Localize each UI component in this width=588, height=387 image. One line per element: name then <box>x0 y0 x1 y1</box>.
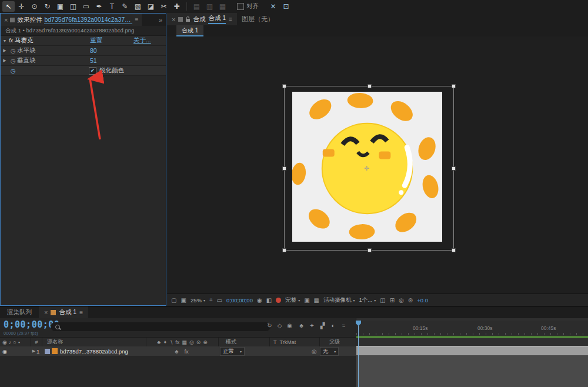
pan-behind-tool-icon[interactable]: ◫ <box>67 1 79 12</box>
clone-stamp-tool-icon[interactable]: ▧ <box>132 1 144 12</box>
resolution-dropdown[interactable]: 完整 ▾ <box>285 296 300 304</box>
type-tool-icon[interactable]: T <box>106 1 118 12</box>
layer-panel-tab[interactable]: 图层（无） <box>237 13 279 25</box>
eraser-tool-icon[interactable]: ◪ <box>145 1 157 12</box>
fullscreen-icon[interactable]: ⊡ <box>280 1 292 12</box>
selection-handle[interactable] <box>282 248 286 252</box>
source-name-column-header[interactable]: 源名称 <box>42 338 146 346</box>
viewer-timecode[interactable]: 0;00;00;00 <box>226 297 253 303</box>
selection-tool-icon[interactable]: ↖ <box>2 1 15 12</box>
snapshot-icon[interactable]: ◉ <box>257 297 262 303</box>
show-channels-icon[interactable] <box>276 298 281 303</box>
timeline-search-field[interactable] <box>51 322 270 331</box>
overflow-icon[interactable]: » <box>155 16 166 24</box>
region-of-interest-icon[interactable]: ▣ <box>304 297 309 303</box>
workspace-icon-2[interactable]: ▥ <box>203 1 216 12</box>
selection-handle[interactable] <box>452 166 456 171</box>
camera-tool-icon[interactable]: ▣ <box>54 1 66 12</box>
time-ruler[interactable]: 00:15s 00:30s 00:45s <box>356 321 588 336</box>
mask-visibility-icon[interactable]: ◎ <box>399 297 404 303</box>
property-value[interactable]: 51 <box>90 57 97 64</box>
view-layout-dropdown[interactable]: 1个... ▾ <box>359 296 376 304</box>
layer-row[interactable]: ◉ ▶ 1 bd735d7...378802abcd.png ♣ fx 正常 ▾ <box>0 346 356 356</box>
composition-viewport[interactable]: ✛ <box>167 36 588 294</box>
mask-feather-icon[interactable]: ✕ <box>267 1 279 12</box>
parent-column-header[interactable]: 父级 <box>320 338 356 346</box>
close-icon[interactable]: × <box>172 16 175 23</box>
shy-toggle-icon[interactable]: ♣ <box>297 322 306 329</box>
gear-icon[interactable]: ⊛ <box>408 297 413 303</box>
mode-column-header[interactable]: 模式 <box>219 338 270 346</box>
comp-timeline-tab[interactable]: × 合成 1 ≡ <box>39 306 88 318</box>
collapse-toggle-icon[interactable]: ✦ <box>308 322 316 329</box>
expand-property-icon[interactable]: ▶ <box>1 48 9 53</box>
selection-handle[interactable] <box>368 248 372 252</box>
about-effect-link[interactable]: 关于... <box>133 36 151 45</box>
sharp-colors-checkbox[interactable]: ✔ <box>89 67 96 75</box>
pickwhip-icon[interactable]: ◎ <box>312 348 317 355</box>
share-view-icon[interactable]: ◫ <box>380 297 385 303</box>
selection-handle[interactable] <box>452 84 456 88</box>
panel-menu-icon[interactable]: ≡ <box>229 16 232 22</box>
reset-effect-link[interactable]: 重置 <box>90 36 102 45</box>
shy-icon[interactable]: ♣ <box>175 348 178 355</box>
composition-tab[interactable]: × 合成 合成 1 ≡ <box>167 13 237 25</box>
trkmat-column-header[interactable]: T TrkMat <box>270 338 320 346</box>
rotation-tool-icon[interactable]: ↻ <box>41 1 54 12</box>
exposure-value[interactable]: +0.0 <box>417 297 428 303</box>
pixel-aspect-icon[interactable]: ⊞ <box>390 297 395 303</box>
auto-keyframe-icon[interactable]: ◉ <box>285 322 294 329</box>
selection-handle[interactable] <box>452 248 456 252</box>
selection-handle[interactable] <box>368 84 372 88</box>
layer-label-chip[interactable] <box>45 349 50 354</box>
stopwatch-icon[interactable]: ◷ <box>9 58 17 64</box>
property-value[interactable]: 80 <box>90 47 97 54</box>
layer-source-name[interactable]: bd735d7...378802abcd.png <box>60 346 146 356</box>
layer-duration-bar[interactable] <box>356 346 588 356</box>
parent-dropdown[interactable]: 无 ▾ <box>320 347 339 356</box>
show-snapshot-icon[interactable]: ◧ <box>266 297 272 303</box>
collapse-effect-icon[interactable]: ▼ <box>1 39 9 43</box>
selection-handle[interactable] <box>282 84 286 88</box>
always-preview-icon[interactable]: ▢ <box>171 297 176 303</box>
live-update-icon[interactable]: ↻ <box>265 322 274 329</box>
screen-icon[interactable]: ▣ <box>181 297 186 303</box>
panel-menu-icon[interactable]: ≡ <box>79 309 83 316</box>
close-icon[interactable]: × <box>44 309 48 316</box>
camera-view-dropdown[interactable]: 活动摄像机 ▾ <box>323 296 355 304</box>
expand-property-icon[interactable]: ▶ <box>1 58 9 63</box>
blend-mode-dropdown[interactable]: 正常 ▾ <box>220 347 245 356</box>
motion-blur-toggle-icon[interactable]: ◐ <box>329 322 338 329</box>
playhead-line[interactable] <box>358 321 359 387</box>
expand-layer-icon[interactable]: ▶ <box>32 349 35 353</box>
grid-options-icon[interactable]: ⌗ <box>209 296 213 303</box>
stopwatch-icon[interactable]: ◷ <box>9 68 17 74</box>
close-icon[interactable]: × <box>4 16 8 24</box>
transparency-grid-icon[interactable]: ▦ <box>314 297 319 303</box>
roto-brush-tool-icon[interactable]: ✂ <box>158 1 170 12</box>
shape-tool-icon[interactable]: ▭ <box>80 1 92 12</box>
render-queue-tab[interactable]: 渲染队列 <box>0 308 39 316</box>
magnification-dropdown[interactable]: 25% ▾ <box>191 297 205 303</box>
pen-tool-icon[interactable]: ✒ <box>93 1 105 12</box>
eye-icon[interactable]: ◉ <box>2 348 7 355</box>
lock-icon[interactable] <box>186 19 190 22</box>
hand-tool-icon[interactable]: ✛ <box>15 1 28 12</box>
panel-menu-icon[interactable]: ≡ <box>135 16 138 23</box>
roi-icon[interactable]: ▭ <box>217 297 222 303</box>
graph-editor-icon[interactable]: ≈ <box>339 322 348 329</box>
snap-checkbox[interactable] <box>237 3 244 10</box>
workspace-icon-1[interactable]: ▤ <box>191 1 203 12</box>
puppet-pin-tool-icon[interactable]: ✚ <box>171 1 183 12</box>
draft-3d-icon[interactable]: ◇ <box>275 322 284 329</box>
effect-controls-tab[interactable]: × 效果控件 bd735d76fa1392a0014c2a378802abcd.… <box>1 14 142 26</box>
selection-handle[interactable] <box>282 166 286 171</box>
effect-header-row[interactable]: ▼ fx 马赛克 重置 关于... <box>1 36 166 46</box>
brush-tool-icon[interactable]: ✎ <box>119 1 131 12</box>
zoom-tool-icon[interactable]: ⊙ <box>28 1 41 12</box>
comp-breadcrumb-tab[interactable]: 合成 1 <box>176 25 203 36</box>
workspace-icon-3[interactable]: ▦ <box>216 1 229 12</box>
stopwatch-icon[interactable]: ◷ <box>9 48 17 54</box>
fx-icon[interactable]: fx <box>184 348 188 355</box>
frame-blend-toggle-icon[interactable]: ▞ <box>318 322 327 329</box>
